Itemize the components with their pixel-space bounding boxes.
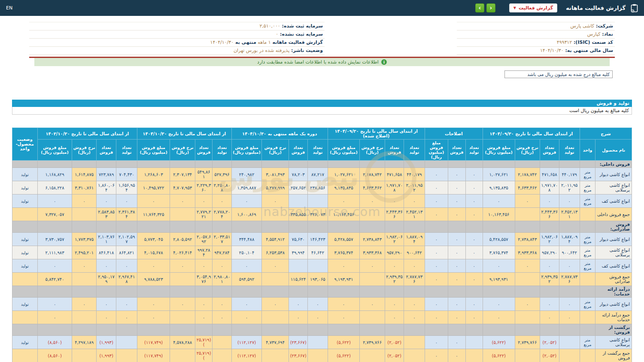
value-cell bbox=[360, 311, 385, 324]
section-cell bbox=[37, 324, 72, 336]
prev-report-button[interactable]: ‹ bbox=[475, 3, 484, 12]
value-cell: ۳,۷۳۰,۷۵۷ bbox=[37, 233, 72, 246]
value-cell: ۰ bbox=[72, 298, 97, 311]
value-cell: ۰ bbox=[231, 298, 262, 311]
production-sales-table: شرحاز ابتدای سال مالی تا تاریخ ۱۴۰۴/۰۹/۳… bbox=[12, 128, 632, 362]
value-cell: ۹۵۷,۲۹۰ bbox=[385, 246, 404, 259]
value-cell: ۰ bbox=[37, 259, 72, 273]
value-cell bbox=[170, 349, 195, 362]
section-cell bbox=[515, 221, 540, 233]
status-cell bbox=[12, 208, 38, 221]
value-cell: ۰ bbox=[425, 311, 448, 324]
value-cell: ۰ bbox=[72, 195, 97, 208]
value-cell: ۰ bbox=[448, 181, 465, 195]
info-label: وضعیت ناشر: bbox=[289, 48, 323, 53]
section-label-cell: درآمد ارائه خدمات: bbox=[595, 286, 632, 298]
value-cell: ۲۴۰,۹۸۲ bbox=[231, 168, 262, 181]
next-report-button[interactable]: › bbox=[486, 3, 495, 12]
value-cell: ۰ bbox=[448, 208, 465, 221]
status-cell bbox=[12, 311, 38, 324]
column-group-header: از ابتدای سال مالی تا تاریخ ۱۴۰۴/۰۹/۳۰ (… bbox=[328, 128, 425, 140]
column-header: مبلغ فروش (میلیون ریال) bbox=[328, 140, 360, 161]
value-cell: (۵,۶۲۲) bbox=[483, 349, 515, 362]
value-cell: ۱۰,۴۹۵,۷۲۲ bbox=[137, 181, 170, 195]
value-cell: ۱۱,۷۶۴,۳۲۵ bbox=[137, 208, 170, 221]
value-cell: ۸۷,۲۱۷ bbox=[308, 168, 328, 181]
value-cell: ۰ bbox=[483, 259, 515, 273]
value-cell: ۰ bbox=[170, 259, 195, 273]
value-cell: (۱۱۲,۱۲۷) bbox=[231, 336, 262, 349]
product-name-cell: جمع فروش داخلی bbox=[595, 208, 632, 221]
value-cell: ۰ bbox=[385, 259, 404, 273]
value-cell bbox=[213, 349, 231, 362]
column-header: نرخ فروش (ریال) bbox=[262, 140, 289, 161]
value-cell: ۰ bbox=[385, 298, 404, 311]
value-cell: ۴۷۱,۶۵۸ bbox=[385, 168, 404, 181]
column-group-header: اصلاحات bbox=[425, 128, 483, 140]
value-cell: ۶,۱۵۸,۲۲۸ bbox=[37, 181, 72, 195]
value-cell: ۲,۱۷۸,۷۴۲ bbox=[515, 168, 540, 181]
section-cell bbox=[515, 161, 540, 168]
column-header: تعداد تولید bbox=[213, 140, 231, 161]
value-cell: (۲,۰۵۲) bbox=[540, 336, 559, 349]
value-cell bbox=[360, 208, 385, 221]
value-cell: ۹,۱۹۳,۹۳۱ bbox=[483, 273, 515, 286]
value-cell: ۷۸,۲۰۳ bbox=[289, 168, 307, 181]
status-cell: تولید bbox=[12, 195, 38, 208]
value-cell: ۱,۷۷۳,۳۷۵ bbox=[72, 233, 97, 246]
value-cell: ۵۲۷,۳۹۶ bbox=[213, 168, 231, 181]
column-header: نرخ فروش (ریال) bbox=[515, 140, 540, 161]
status-cell: تولید bbox=[12, 233, 38, 246]
value-cell: ۱۹۳,۰۶۵ bbox=[308, 273, 328, 286]
value-cell: ۸۶۴,۸۲۱ bbox=[116, 246, 137, 259]
value-cell: ۰ bbox=[465, 298, 483, 311]
value-cell: ۴,۰۲۶,۴۱۴ bbox=[170, 246, 195, 259]
section-cell bbox=[580, 161, 595, 168]
value-cell: ۱,۸۸۷,۰۹۴ bbox=[404, 233, 425, 246]
unit-cell bbox=[580, 208, 595, 221]
value-cell: ۲,۷۳۸,۸۴۳ bbox=[515, 233, 540, 246]
value-cell: ۹۴۷,۲۸۴ bbox=[213, 246, 231, 259]
value-cell bbox=[515, 311, 540, 324]
value-cell: ۰ bbox=[515, 298, 540, 311]
section-cell bbox=[448, 324, 465, 336]
value-cell: ۲,۷۷۸,۲۰۴ bbox=[213, 208, 231, 221]
column-group-header: از ابتدای سال مالی تا تاریخ ۱۴۰۴/۱۰/۳۰ bbox=[137, 128, 231, 140]
section-cell bbox=[425, 324, 448, 336]
section-cell bbox=[116, 221, 137, 233]
value-cell: ۲,۰۱۱,۹۵۲ bbox=[404, 181, 425, 195]
value-cell: ۲,۳۰۷,۱۳۴ bbox=[170, 168, 195, 181]
section-cell bbox=[170, 286, 195, 298]
column-header: تعداد تولید bbox=[559, 140, 580, 161]
value-cell: ۴,۷۰۷,۹۵۳ bbox=[170, 181, 195, 195]
section-cell bbox=[448, 161, 465, 168]
section-cell bbox=[289, 221, 307, 233]
value-cell: ۱۰,۱۶۳,۴۵۶ bbox=[483, 208, 515, 221]
section-cell bbox=[385, 324, 404, 336]
signed-info-text: اطلاعات نمایش داده شده با اطلاعات امضا ش… bbox=[257, 59, 379, 65]
value-cell: ۰ bbox=[465, 195, 483, 208]
value-cell: ۰ bbox=[213, 259, 231, 273]
section-cell bbox=[404, 324, 425, 336]
value-cell: ۳۲۶,۰۷۳ bbox=[308, 208, 328, 221]
value-cell: ۲,۷۳۹,۷۶۶ bbox=[360, 336, 385, 349]
report-type-button[interactable]: گزارش فعالیت ▼ bbox=[509, 3, 557, 12]
section-cell bbox=[195, 324, 213, 336]
value-cell: ۵,۷۷۳,۰۴۵ bbox=[137, 233, 170, 246]
value-cell: ۲,۴۴۳,۳۶۶ bbox=[385, 208, 404, 221]
product-name-cell: انواع کاشی پرسلانی bbox=[595, 181, 632, 195]
column-header: واحد bbox=[580, 140, 595, 161]
value-cell: ۱,۱۶۸,۸۲۹ bbox=[37, 168, 72, 181]
value-cell: ۲,۲۵۰,۸۰۸ bbox=[213, 181, 231, 195]
value-cell: (۲,۰۵۲) bbox=[385, 336, 404, 349]
value-cell: ۲,۴۹۵,۲۰۱ bbox=[72, 246, 97, 259]
value-cell: ۰ bbox=[195, 311, 213, 324]
section-cell bbox=[559, 324, 580, 336]
value-cell: ۰ bbox=[328, 311, 360, 324]
table-row: انواع کاشی پرسلانیمتر مربع(۲,۰۵۲)۲,۷۳۹,۷… bbox=[12, 336, 632, 349]
column-header: تعداد فروش bbox=[289, 140, 307, 161]
value-cell: ۴,۰۱۵,۶۷۸ bbox=[137, 246, 170, 259]
value-cell: ۰ bbox=[448, 246, 465, 259]
language-toggle[interactable]: EN bbox=[6, 5, 12, 11]
section-cell bbox=[580, 286, 595, 298]
